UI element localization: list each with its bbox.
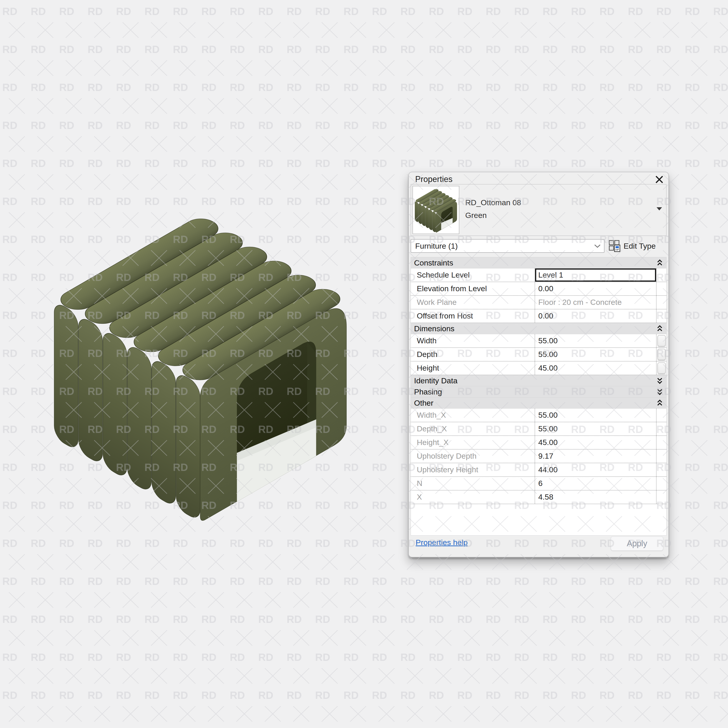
property-label: Depth_X	[411, 422, 535, 436]
property-row: Elevation from Level0.00	[411, 282, 666, 296]
properties-panel: Properties RD_Ottoman 08 Green Furniture…	[408, 172, 669, 557]
property-extra-cell	[656, 282, 666, 295]
property-extra-cell	[656, 422, 666, 436]
associate-parameter-button[interactable]	[658, 349, 666, 360]
property-label: Width_X	[411, 408, 535, 422]
screenshot-stage: Properties RD_Ottoman 08 Green Furniture…	[0, 0, 728, 728]
element-filter-combobox[interactable]: Furniture (1)	[411, 239, 604, 253]
property-label: Height_X	[411, 436, 535, 449]
section-label: Phasing	[411, 387, 442, 396]
property-value[interactable]: Level 1	[535, 268, 656, 281]
chevron-double-up-icon[interactable]	[657, 325, 663, 332]
element-filter-value: Furniture (1)	[415, 240, 458, 252]
property-label: Schedule Level	[411, 268, 535, 281]
property-row: Upholstery Height44.00	[411, 463, 666, 477]
property-extra-cell	[656, 450, 666, 463]
apply-button[interactable]: Apply	[610, 536, 664, 551]
property-row: Offset from Host0.00	[411, 309, 666, 323]
edit-type-button[interactable]: Edit Type	[609, 239, 656, 253]
edit-type-icon	[609, 240, 621, 252]
chevron-down-icon	[594, 244, 601, 248]
type-thumbnail	[413, 186, 459, 234]
section-header-constraints[interactable]: Constraints	[411, 257, 666, 268]
property-label: Height	[411, 361, 535, 375]
property-extra-cell	[656, 361, 666, 375]
property-extra-cell	[656, 268, 666, 281]
property-label: Work Plane	[411, 296, 535, 309]
close-button[interactable]	[655, 175, 665, 185]
property-row: N6	[411, 477, 666, 491]
property-value[interactable]: 55.00	[535, 334, 656, 347]
chevron-double-up-icon[interactable]	[657, 259, 663, 266]
property-value[interactable]: 0.00	[535, 309, 656, 323]
property-row: Width55.00	[411, 334, 666, 348]
property-value[interactable]: 45.00	[535, 361, 656, 375]
property-row: Upholstery Depth9.17	[411, 450, 666, 463]
property-extra-cell	[656, 348, 666, 361]
property-row: Height45.00	[411, 361, 666, 375]
family-name: RD_Ottoman 08	[465, 198, 521, 207]
property-value[interactable]: 4.58	[535, 491, 656, 504]
section-header-dimensions[interactable]: Dimensions	[411, 323, 666, 334]
edit-type-label: Edit Type	[624, 242, 656, 251]
property-value[interactable]: 44.00	[535, 463, 656, 476]
property-value[interactable]: Floor : 20 cm - Concrete	[535, 296, 656, 309]
property-extra-cell	[656, 491, 666, 504]
property-value[interactable]: 55.00	[535, 408, 656, 422]
property-extra-cell	[656, 463, 666, 476]
property-value[interactable]: 55.00	[535, 348, 656, 361]
property-label: Width	[411, 334, 535, 347]
property-label: X	[411, 491, 535, 504]
chevron-double-down-icon[interactable]	[657, 388, 663, 395]
property-extra-cell	[656, 334, 666, 347]
property-extra-cell	[656, 408, 666, 422]
close-icon	[655, 175, 664, 184]
property-label: N	[411, 477, 535, 490]
associate-parameter-button[interactable]	[658, 362, 666, 374]
section-label: Other	[411, 399, 433, 407]
property-value[interactable]: 0.00	[535, 282, 656, 295]
property-row: Height_X45.00	[411, 436, 666, 450]
property-row: Depth_X55.00	[411, 422, 666, 436]
property-grid: ConstraintsSchedule LevelLevel 1Elevatio…	[411, 257, 667, 535]
property-value[interactable]: 6	[535, 477, 656, 490]
property-label: Elevation from Level	[411, 282, 535, 295]
property-row: X4.58	[411, 491, 666, 504]
property-row: Width_X55.00	[411, 408, 666, 422]
section-header-other[interactable]: Other	[411, 398, 666, 408]
property-extra-cell	[656, 477, 666, 490]
property-value[interactable]: 45.00	[535, 436, 656, 449]
property-extra-cell	[656, 309, 666, 323]
property-value[interactable]: 55.00	[535, 422, 656, 436]
panel-title: Properties	[415, 174, 453, 184]
type-dropdown-caret-icon[interactable]	[656, 207, 662, 211]
property-label: Upholstery Depth	[411, 450, 535, 463]
type-name: Green	[465, 211, 487, 220]
associate-parameter-button[interactable]	[658, 335, 666, 347]
type-preview[interactable]: RD_Ottoman 08 Green	[411, 184, 667, 236]
section-header-phasing[interactable]: Phasing	[411, 386, 666, 398]
property-row: Work PlaneFloor : 20 cm - Concrete	[411, 296, 666, 309]
properties-help-link[interactable]: Properties help	[416, 538, 468, 547]
section-header-identity-data[interactable]: Identity Data	[411, 375, 666, 386]
section-label: Dimensions	[411, 324, 454, 333]
property-label: Depth	[411, 348, 535, 361]
property-row: Depth55.00	[411, 348, 666, 361]
property-extra-cell	[656, 296, 666, 309]
property-label: Upholstery Height	[411, 463, 535, 476]
chevron-double-up-icon[interactable]	[657, 399, 663, 406]
chevron-double-down-icon[interactable]	[657, 377, 663, 384]
section-label: Constraints	[411, 258, 453, 267]
property-extra-cell	[656, 436, 666, 449]
property-label: Offset from Host	[411, 309, 535, 323]
property-value[interactable]: 9.17	[535, 450, 656, 463]
property-row: Schedule LevelLevel 1	[411, 268, 666, 282]
section-label: Identity Data	[411, 376, 457, 385]
